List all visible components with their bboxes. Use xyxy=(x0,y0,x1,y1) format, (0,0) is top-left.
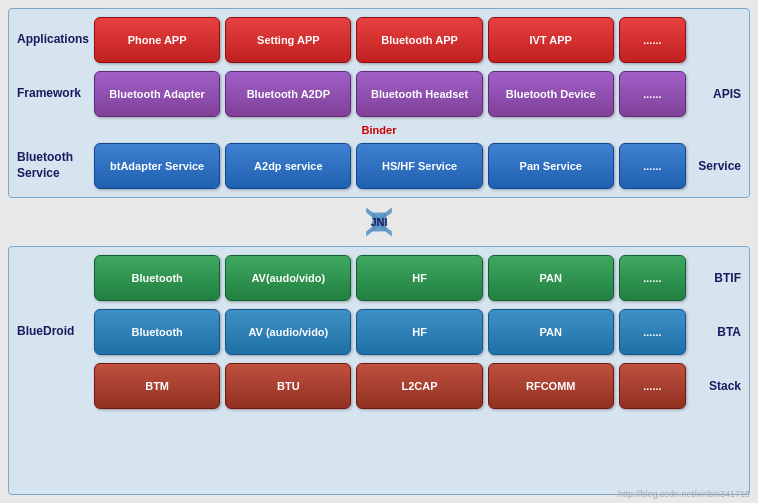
jni-arrow: JNI xyxy=(349,204,409,240)
bta-av-box: AV (audio/vido) xyxy=(225,309,351,355)
ivt-app-box: IVT APP xyxy=(488,17,614,63)
framework-ellipsis-box: ...... xyxy=(619,71,686,117)
stack-boxes: BTM BTU L2CAP RFCOMM ...... xyxy=(94,363,686,409)
watermark: http://blog.csdn.net/xinbin341719 xyxy=(618,489,750,499)
bta-right-label: BTA xyxy=(691,325,741,339)
bta-pan-box: PAN xyxy=(488,309,614,355)
framework-row: Framework Bluetooth Adapter Bluetooth A2… xyxy=(17,69,741,119)
framework-boxes: Bluetooth Adapter Bluetooth A2DP Bluetoo… xyxy=(94,71,686,117)
stack-row: BTM BTU L2CAP RFCOMM ...... Stack xyxy=(17,361,741,411)
bt-adapter-service-box: btAdapter Service xyxy=(94,143,220,189)
binder-row: Binder xyxy=(17,123,741,137)
applications-label: Applications xyxy=(17,32,89,48)
bta-hf-box: HF xyxy=(356,309,482,355)
bt-a2dp-box: Bluetooth A2DP xyxy=(225,71,351,117)
framework-label: Framework xyxy=(17,86,89,102)
service-right-label: Service xyxy=(691,159,741,173)
applications-row: Applications Phone APP Setting APP Bluet… xyxy=(17,15,741,65)
btif-row: Bluetooth AV(audo/vido) HF PAN ...... BT… xyxy=(17,253,741,303)
bt-device-box: Bluetooth Device xyxy=(488,71,614,117)
stack-rfcomm-box: RFCOMM xyxy=(488,363,614,409)
stack-right-label: Stack xyxy=(691,379,741,393)
bt-headset-box: Bluetooth Headset xyxy=(356,71,482,117)
bt-adapter-box: Bluetooth Adapter xyxy=(94,71,220,117)
phone-app-box: Phone APP xyxy=(94,17,220,63)
btif-right-label: BTIF xyxy=(691,271,741,285)
bluedroid-label: BlueDroid xyxy=(17,324,89,340)
applications-boxes: Phone APP Setting APP Bluetooth APP IVT … xyxy=(94,17,686,63)
btif-pan-box: PAN xyxy=(488,255,614,301)
btif-hf-box: HF xyxy=(356,255,482,301)
btif-ellipsis-box: ...... xyxy=(619,255,686,301)
service-boxes: btAdapter Service A2dp service HS/HF Ser… xyxy=(94,143,686,189)
stack-l2cap-box: L2CAP xyxy=(356,363,482,409)
apps-ellipsis-box: ...... xyxy=(619,17,686,63)
btif-bt-box: Bluetooth xyxy=(94,255,220,301)
bta-boxes: Bluetooth AV (audio/vido) HF PAN ...... xyxy=(94,309,686,355)
bluetooth-app-box: Bluetooth APP xyxy=(356,17,482,63)
btif-boxes: Bluetooth AV(audo/vido) HF PAN ...... xyxy=(94,255,686,301)
stack-ellipsis-box: ...... xyxy=(619,363,686,409)
stack-btm-box: BTM xyxy=(94,363,220,409)
bta-bt-box: Bluetooth xyxy=(94,309,220,355)
service-ellipsis-box: ...... xyxy=(619,143,686,189)
framework-right-label: APIS xyxy=(691,87,741,101)
bta-ellipsis-box: ...... xyxy=(619,309,686,355)
binder-label: Binder xyxy=(362,124,397,136)
btif-av-box: AV(audo/vido) xyxy=(225,255,351,301)
hs-hf-service-box: HS/HF Service xyxy=(356,143,482,189)
stack-btu-box: BTU xyxy=(225,363,351,409)
a2dp-service-box: A2dp service xyxy=(225,143,351,189)
setting-app-box: Setting APP xyxy=(225,17,351,63)
main-container: Applications Phone APP Setting APP Bluet… xyxy=(0,0,758,503)
bta-row: BlueDroid Bluetooth AV (audio/vido) HF P… xyxy=(17,307,741,357)
jni-section: JNI xyxy=(8,202,750,242)
service-label: Bluetooth Service xyxy=(17,150,89,181)
top-section: Applications Phone APP Setting APP Bluet… xyxy=(8,8,750,198)
pan-service-box: Pan Service xyxy=(488,143,614,189)
service-row: Bluetooth Service btAdapter Service A2dp… xyxy=(17,141,741,191)
bottom-section: Bluetooth AV(audo/vido) HF PAN ...... BT… xyxy=(8,246,750,495)
jni-label: JNI xyxy=(370,216,387,228)
